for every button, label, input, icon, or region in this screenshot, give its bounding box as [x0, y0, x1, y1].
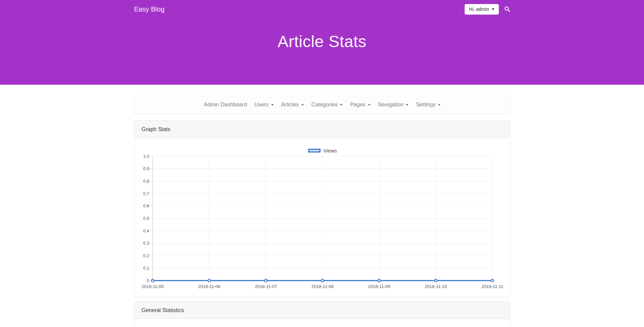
- nav-item-navigation[interactable]: Navigation: [374, 102, 413, 108]
- nav-item-label: Pages: [350, 102, 365, 108]
- nav-item-categories[interactable]: Categories: [308, 102, 346, 108]
- nav-item-settings[interactable]: Settings: [412, 102, 444, 108]
- graph-stats-card: Graph Stats Views 1.00.90.80.70.60.50.40…: [134, 120, 510, 297]
- user-menu-button[interactable]: Hi, admin: [465, 4, 499, 15]
- nav-item-label: Articles: [281, 102, 299, 108]
- graph-stats-card-body: Views 1.00.90.80.70.60.50.40.30.20.10201…: [134, 138, 510, 297]
- svg-text:2018-11-06: 2018-11-06: [198, 284, 221, 289]
- svg-text:0.8: 0.8: [143, 179, 149, 184]
- nav-item-label: Categories: [311, 102, 337, 108]
- chevron-down-icon: [438, 104, 441, 106]
- nav-item-label: Settings: [416, 102, 436, 108]
- svg-text:2018-11-09: 2018-11-09: [368, 284, 391, 289]
- svg-text:2018-11-11: 2018-11-11: [482, 284, 504, 289]
- user-menu-label: Hi, admin: [469, 6, 489, 12]
- chevron-down-icon: [406, 104, 408, 106]
- graph-stats-card-header: Graph Stats: [134, 121, 510, 138]
- nav-item-label: Users: [254, 102, 269, 108]
- nav-item-articles[interactable]: Articles: [277, 102, 308, 108]
- chevron-down-icon: [340, 104, 342, 106]
- svg-text:0.2: 0.2: [143, 253, 149, 258]
- svg-text:0.5: 0.5: [143, 216, 149, 221]
- svg-text:2018-11-10: 2018-11-10: [425, 284, 447, 289]
- svg-text:0.4: 0.4: [143, 228, 149, 233]
- general-statistics-card: General Statistics: [134, 302, 510, 327]
- brand-link[interactable]: Easy Blog: [134, 5, 164, 13]
- admin-nav-menu: Admin DashboardUsersArticlesCategoriesPa…: [134, 96, 510, 114]
- nav-item-label: Navigation: [378, 102, 404, 108]
- svg-text:0.3: 0.3: [143, 241, 149, 246]
- svg-text:0.1: 0.1: [143, 266, 149, 271]
- nav-item-pages[interactable]: Pages: [346, 102, 374, 108]
- svg-text:2018-11-08: 2018-11-08: [311, 284, 334, 289]
- page-title: Article Stats: [0, 32, 644, 51]
- chevron-down-icon: [301, 104, 304, 106]
- svg-text:2018-11-07: 2018-11-07: [255, 284, 277, 289]
- svg-text:0.7: 0.7: [143, 191, 149, 196]
- chevron-down-icon: [271, 104, 274, 106]
- topbar-right: Hi, admin: [465, 4, 510, 15]
- general-statistics-card-header: General Statistics: [134, 302, 510, 319]
- top-navbar: Easy Blog Hi, admin: [134, 3, 510, 16]
- chevron-down-icon: [368, 104, 371, 106]
- search-icon[interactable]: [504, 6, 510, 12]
- nav-item-admin-dashboard[interactable]: Admin Dashboard: [200, 102, 251, 108]
- nav-item-label: Admin Dashboard: [204, 102, 247, 108]
- views-line-chart: 1.00.90.80.70.60.50.40.30.20.102018-11-0…: [134, 138, 511, 297]
- svg-text:2018-11-05: 2018-11-05: [141, 284, 164, 289]
- chevron-down-icon: [492, 8, 494, 10]
- svg-text:0.9: 0.9: [143, 166, 149, 171]
- svg-text:0.6: 0.6: [143, 203, 149, 208]
- hero-header: Easy Blog Hi, admin Article Stats: [0, 0, 644, 85]
- svg-text:0: 0: [147, 278, 149, 283]
- svg-text:1.0: 1.0: [143, 154, 149, 159]
- nav-item-users[interactable]: Users: [251, 102, 277, 108]
